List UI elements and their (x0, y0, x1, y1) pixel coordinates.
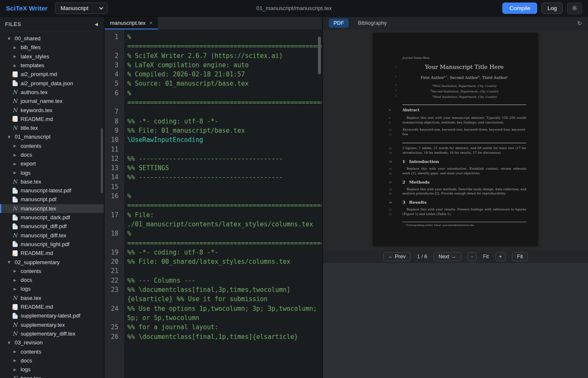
tree-item-bib-files[interactable]: ▶bib_files (0, 43, 104, 52)
tree-item-keywords-tex[interactable]: Nkeywords.tex (0, 105, 104, 114)
close-icon[interactable]: × (150, 20, 153, 26)
page-indicator: 1 / 6 (417, 254, 427, 260)
tree-item-title-tex[interactable]: Ntitle.tex (0, 123, 104, 132)
tree-item-logs[interactable]: ▶logs (0, 365, 104, 374)
code-line[interactable]: 2% SciTeX Writer 2.6.7 (https://scitex.a… (105, 51, 322, 60)
tree-item-logs[interactable]: ▶logs (0, 284, 104, 293)
code-line[interactable]: 11 (105, 145, 322, 154)
tree-item-docs[interactable]: ▶docs (0, 150, 104, 159)
tree-item-ai2-prompt-data-json[interactable]: ai2_prompt_data.json (0, 79, 104, 87)
tree-item-base-tex[interactable]: Nbase.tex (0, 374, 104, 378)
code-line[interactable]: 24%% Use the options 1p,twocolumn; 3p; 3… (105, 304, 322, 323)
tex-file-icon: N (11, 375, 19, 378)
tree-item-journal-name-tex[interactable]: Njournal_name.tex (0, 97, 104, 105)
line-number: 26 (105, 332, 124, 341)
zoom-out-button[interactable]: - (467, 252, 477, 261)
pdf-panel-header: PDF Bibliography ↻ (323, 17, 588, 29)
tree-item-base-tex[interactable]: Nbase.tex (0, 294, 104, 302)
code-line[interactable]: 16% ====================================… (105, 192, 322, 210)
tex-file-icon: N (11, 232, 19, 239)
tree-item-manuscript-pdf[interactable]: manuscript.pdf (0, 195, 104, 204)
tree-item-base-tex[interactable]: Nbase.tex (0, 177, 104, 186)
tree-item-templates[interactable]: ▶templates (0, 61, 104, 70)
tree-item-docs[interactable]: ▶docs (0, 356, 104, 365)
tree-item-contents[interactable]: ▶contents (0, 347, 104, 356)
line-number: 3 (105, 60, 124, 70)
code-line[interactable]: 25%% for a journal layout: (105, 323, 322, 332)
code-line[interactable]: 8%% -*- coding: utf-8 -*- (105, 117, 322, 126)
file-explorer-header: FILES ◀ (0, 17, 104, 32)
code-line[interactable]: 3% LaTeX compilation engine: auto (105, 60, 322, 70)
code-line[interactable]: 12%% -----------------------------------… (105, 154, 322, 163)
code-line[interactable]: 26%% \documentclass[final,1p,times]{elsa… (105, 332, 322, 341)
code-line[interactable]: 7 (105, 107, 322, 116)
tree-item-manuscript-dark-pdf[interactable]: manuscript_dark.pdf (0, 213, 104, 222)
tree-item-manuscript-diff-pdf[interactable]: manuscript_diff.pdf (0, 222, 104, 231)
theme-toggle-sun-icon[interactable]: ☼ (567, 3, 582, 14)
pdf-block-title: 1Your Manuscript Title Here (389, 63, 526, 70)
code-line[interactable]: 22%% --- Columns --- (105, 276, 322, 285)
code-line[interactable]: 18% ====================================… (105, 229, 322, 248)
tree-item-03-revision[interactable]: ▼03_revision (0, 338, 104, 347)
tree-item-contents[interactable]: ▶contents (0, 142, 104, 150)
refresh-icon[interactable]: ↻ (577, 20, 582, 26)
tree-item-supplementary-tex[interactable]: Nsupplementary.tex (0, 320, 104, 329)
tree-item-logs[interactable]: ▶logs (0, 168, 104, 177)
pdf-viewer: Journal Name Here1Your Manuscript Title … (323, 29, 588, 250)
tree-item-01-manuscript[interactable]: ▼01_manuscript (0, 132, 104, 141)
tree-item-02-supplementary[interactable]: ▼02_supplementary (0, 257, 104, 266)
tree-item-00-shared[interactable]: ▼00_shared (0, 34, 104, 43)
code-line[interactable]: 19%% -*- coding: utf-8 -*- (105, 248, 322, 257)
sidebar-collapse-icon[interactable]: ◀ (94, 22, 98, 26)
code-line[interactable]: 13%% SETTINGS (105, 163, 322, 173)
next-page-button[interactable]: Next → (433, 252, 461, 261)
tree-item-label: docs (21, 152, 32, 158)
code-line[interactable]: 5% Source: 01_manuscript/base.tex (105, 79, 322, 88)
tree-item-readme-md[interactable]: README.md (0, 302, 104, 311)
tree-item-readme-md[interactable]: README.md (0, 249, 104, 257)
code-line[interactable]: 6% =====================================… (105, 89, 322, 108)
code-line[interactable]: 15 (105, 182, 322, 192)
pdf-block-affil: 3aFirst Institution, Department, City, C… (389, 83, 526, 89)
code-line[interactable]: 9%% File: 01_manuscript/base.tex (105, 126, 322, 135)
line-number: 5 (105, 79, 124, 88)
code-editor[interactable]: 1% =====================================… (105, 29, 322, 378)
code-line[interactable]: 4% Compiled: 2026-02-18 21:01:57 (105, 70, 322, 79)
tree-item-export[interactable]: ▶export (0, 159, 104, 168)
code-line[interactable]: 1% =====================================… (105, 32, 322, 51)
code-line[interactable]: 20%% File: 00_shared/latex_styles/column… (105, 257, 322, 266)
prev-page-button[interactable]: ← Prev (383, 252, 411, 261)
tab-pdf[interactable]: PDF (329, 18, 349, 28)
zoom-in-button[interactable]: + (495, 252, 506, 261)
pdf-block-para: 2122Replace this with your results. Pres… (389, 207, 526, 217)
line-number: 4 (105, 70, 124, 79)
editor-scrollbar[interactable] (318, 37, 321, 74)
tree-item-docs[interactable]: ▶docs (0, 276, 104, 284)
code-line[interactable]: 10\UseRawInputEncoding (105, 135, 322, 144)
tab-bibliography[interactable]: Bibliography (358, 20, 387, 26)
tree-item-manuscript-latest-pdf[interactable]: manuscript-latest.pdf (0, 186, 104, 195)
doc-file-icon (11, 188, 19, 194)
tree-item-contents[interactable]: ▶contents (0, 267, 104, 276)
log-button[interactable]: Log (541, 3, 563, 14)
tree-item-latex-styles[interactable]: ▶latex_styles (0, 52, 104, 61)
tree-item-supplementary-diff-tex[interactable]: Nsupplementary_diff.tex (0, 329, 104, 338)
tab-manuscript-tex[interactable]: manuscript.tex × (105, 17, 158, 29)
folder-open-icon: ▼ (5, 37, 13, 41)
tree-item-manuscript-light-pdf[interactable]: manuscript_light.pdf (0, 240, 104, 249)
code-line[interactable]: 14%% -----------------------------------… (105, 173, 322, 182)
tree-item-manuscript-tex[interactable]: Nmanuscript.tex (0, 204, 104, 213)
tree-item-readme-md[interactable]: README.md (0, 115, 104, 123)
fit-button[interactable]: Fit (512, 252, 528, 261)
code-line[interactable]: 21 (105, 266, 322, 276)
tex-file-icon: N (11, 178, 19, 185)
tree-item-authors-tex[interactable]: Nauthors.tex (0, 88, 104, 97)
code-line[interactable]: 17% File: ./01_manuscript/contents/latex… (105, 210, 322, 229)
sidebar-scrollbar[interactable] (101, 128, 103, 193)
code-line[interactable]: 23%% \documentclass[final,3p,times,twoco… (105, 285, 322, 304)
tree-item-ai2-prompt-md[interactable]: ai2_prompt.md (0, 70, 104, 79)
document-type-select[interactable]: Manuscript (55, 3, 108, 14)
tree-item-manuscript-diff-tex[interactable]: Nmanuscript_diff.tex (0, 231, 104, 240)
compile-button[interactable]: Compile (502, 3, 538, 14)
tree-item-supplementary-latest-pdf[interactable]: supplementary-latest.pdf (0, 311, 104, 320)
